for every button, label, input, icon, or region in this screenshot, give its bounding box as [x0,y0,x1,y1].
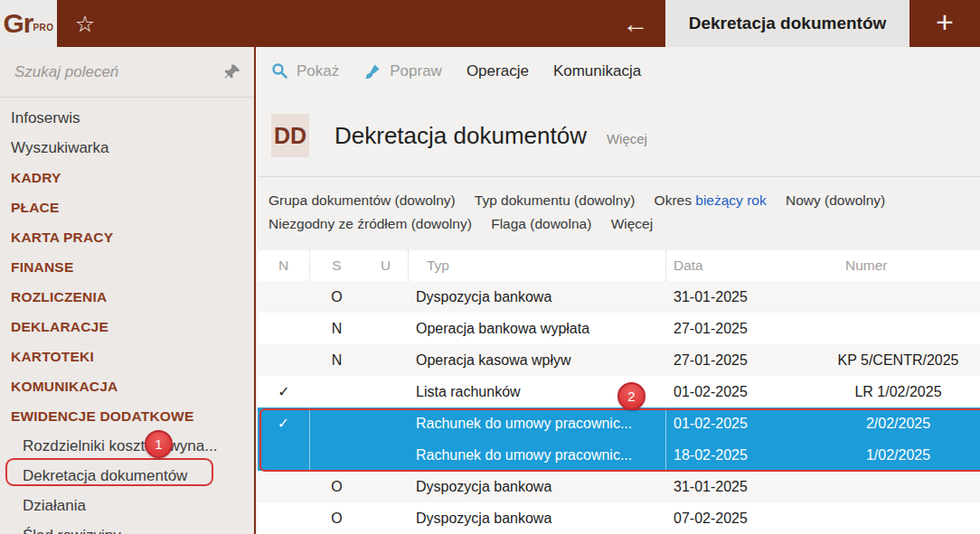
cell-n-check-icon: ✓ [258,376,310,408]
cell-data: 31-01-2025 [666,471,816,502]
sidebar-item-ewidencje-dodatkowe[interactable]: EWIDENCJE DODATKOWE [0,401,254,431]
filter-nowy[interactable]: Nowy (dowolny) [786,192,885,208]
column-header-data[interactable]: Data [666,250,816,281]
cell-u [363,439,409,471]
table-row-selected[interactable]: ✓ Rachunek do umowy pracownic... 01-02-2… [258,408,980,439]
cell-typ: Operacja bankowa wypłata [409,313,666,344]
filter-typ-dokumentu[interactable]: Typ dokumentu (dowolny) [475,192,635,208]
annotation-step-badge-2: 2 [617,382,645,410]
column-header-s[interactable]: S [310,250,363,281]
filter-niezgodny-ze-zrodlem[interactable]: Niezgodny ze źródłem (dowolny) [269,216,472,231]
filter-flaga[interactable]: Flaga (dowolna) [491,216,591,231]
cell-data: 01-02-2025 [666,408,816,439]
back-arrow-icon[interactable]: ← [606,0,665,47]
sidebar-menu: Infoserwis Wyszukiwarka KADRY PŁACE KART… [0,98,254,534]
sidebar-item-karta-pracy[interactable]: KARTA PRACY [0,222,254,252]
app-logo[interactable]: GrPRO [0,0,57,47]
column-header-numer[interactable]: Numer [816,250,980,281]
table-row[interactable]: N Operacja bankowa wypłata 27-01-2025 [258,313,980,344]
cell-numer: LR 1/02/2025 [816,376,980,408]
sidebar-item-infoserwis[interactable]: Infoserwis [0,103,254,133]
communication-menu-label: Komunikacja [553,62,641,80]
title-more-link[interactable]: Więcej [607,131,647,146]
filter-okres-label: Okres [655,192,692,208]
cell-u [363,471,409,502]
column-header-u[interactable]: U [363,250,409,281]
filter-more-link[interactable]: Więcej [611,216,654,231]
page-title: Dekretacja dokumentów [335,122,587,150]
filter-okres[interactable]: Okres bieżący rok [655,192,767,208]
cell-n [258,313,310,344]
new-tab-plus-icon[interactable]: + [909,0,980,47]
table-row[interactable]: O Dyspozycja bankowa 31-01-2025 [258,281,980,313]
cell-u [363,408,409,439]
sidebar-item-dzialania[interactable]: Działania [0,491,254,520]
sidebar-item-rozdzielniki-kosztow[interactable]: Rozdzielniki kosztów wyna... [0,431,254,461]
pin-icon[interactable] [223,63,241,81]
cell-numer [816,313,980,344]
table-row[interactable]: O Dyspozycja bankowa 07-02-2025 [258,502,980,534]
search-input[interactable] [14,63,223,81]
main-panel: Pokaż Popraw Operacje Komunikacja DD Dek… [258,47,980,534]
cell-n [258,439,310,471]
tab-dekretacja-dokumentow[interactable]: Dekretacja dokumentów [665,0,909,47]
module-badge: DD [271,114,309,157]
cell-data: 01-02-2025 [666,376,816,408]
cell-s: O [310,502,363,534]
cell-data: 07-02-2025 [666,502,816,534]
cell-data: 27-01-2025 [666,313,816,344]
table-row[interactable]: O Dyspozycja bankowa 31-01-2025 [258,471,980,502]
cell-numer: 2/02/2025 [816,408,980,439]
operations-menu[interactable]: Operacje [466,62,529,80]
cell-u [363,502,409,534]
cell-typ: Dyspozycja bankowa [409,471,666,502]
column-header-typ[interactable]: Typ [409,250,666,281]
cell-n [258,281,310,313]
show-button[interactable]: Pokaż [271,62,339,80]
cell-data: 27-01-2025 [666,344,816,376]
cell-s: N [310,344,363,376]
sidebar-item-rozliczenia[interactable]: ROZLICZENIA [0,282,254,312]
cell-numer [816,471,980,502]
cell-s: N [310,313,363,344]
communication-menu[interactable]: Komunikacja [553,62,641,80]
table-row[interactable]: N Operacja kasowa wpływ 27-01-2025 KP 5/… [258,344,980,376]
edit-button[interactable]: Popraw [363,62,442,80]
logo-text: Gr [3,8,33,39]
filter-grupa-dokumentow[interactable]: Grupa dokumentów (dowolny) [269,192,456,208]
show-button-label: Pokaż [297,62,339,80]
cell-numer [816,281,980,313]
sidebar-item-deklaracje[interactable]: DEKLARACJE [0,312,254,342]
sidebar-item-place[interactable]: PŁACE [0,192,254,222]
annotation-step-badge-1: 1 [145,430,173,458]
logo-pro-badge: PRO [33,23,53,33]
cell-u [363,344,409,376]
cell-typ: Dyspozycja bankowa [409,281,666,313]
favorite-star-icon[interactable]: ☆ [57,0,113,47]
app-window: GrPRO ☆ ← Dekretacja dokumentów + Infose… [0,0,980,534]
cell-data: 31-01-2025 [666,281,816,313]
cell-n [258,344,310,376]
sidebar-item-dekretacja-dokumentow[interactable]: Dekretacja dokumentów [0,461,254,491]
sidebar: Infoserwis Wyszukiwarka KADRY PŁACE KART… [0,47,256,534]
cell-u [363,376,409,408]
search-icon [271,62,288,80]
sidebar-item-kartoteki[interactable]: KARTOTEKI [0,342,254,371]
sidebar-item-kadry[interactable]: KADRY [0,163,254,192]
command-search-row [0,47,254,98]
sidebar-item-slad-rewizyjny[interactable]: Ślad rewizyjny [0,520,254,534]
cell-n [258,502,310,534]
column-header-n[interactable]: N [258,250,310,281]
filter-line-2: Niezgodny ze źródłem (dowolny) Flaga (do… [269,212,980,236]
sidebar-item-finanse[interactable]: FINANSE [0,252,254,282]
table-row-selected[interactable]: Rachunek do umowy pracownic... 18-02-202… [258,439,980,471]
sidebar-item-komunikacja[interactable]: KOMUNIKACJA [0,371,254,401]
cell-numer: KP 5/CENTR/2025 [816,344,980,376]
toolbar: Pokaż Popraw Operacje Komunikacja [258,47,980,95]
filter-okres-value[interactable]: bieżący rok [695,192,766,208]
cell-numer [816,502,980,534]
cell-s [310,408,363,439]
cell-s [310,439,363,471]
table-header: N S U Typ Data Numer [258,250,980,281]
sidebar-item-wyszukiwarka[interactable]: Wyszukiwarka [0,133,254,163]
